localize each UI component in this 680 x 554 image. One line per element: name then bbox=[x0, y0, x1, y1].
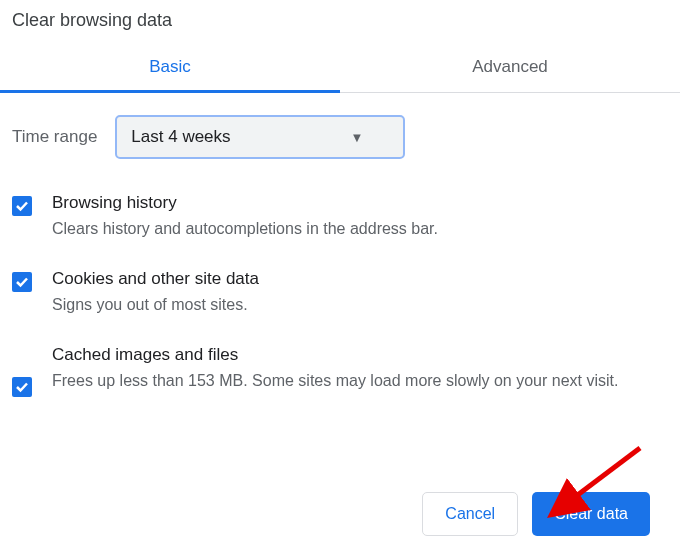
chevron-down-icon: ▼ bbox=[350, 130, 363, 145]
checkbox-cookies[interactable] bbox=[12, 272, 32, 292]
tab-basic[interactable]: Basic bbox=[0, 47, 340, 93]
option-browsing-history: Browsing history Clears history and auto… bbox=[12, 179, 668, 255]
option-cached: Cached images and files Frees up less th… bbox=[12, 331, 668, 411]
dialog-footer: Cancel Clear data bbox=[422, 492, 650, 536]
option-title: Cookies and other site data bbox=[52, 269, 668, 289]
option-title: Browsing history bbox=[52, 193, 668, 213]
checkmark-icon bbox=[15, 275, 29, 289]
checkbox-browsing-history[interactable] bbox=[12, 196, 32, 216]
time-range-label: Time range bbox=[12, 127, 97, 147]
tab-advanced[interactable]: Advanced bbox=[340, 47, 680, 93]
dialog-title: Clear browsing data bbox=[0, 0, 680, 47]
options-list: Browsing history Clears history and auto… bbox=[0, 171, 680, 411]
option-description: Frees up less than 153 MB. Some sites ma… bbox=[52, 369, 668, 393]
time-range-select[interactable]: Last 4 weeks ▼ bbox=[115, 115, 405, 159]
checkmark-icon bbox=[15, 199, 29, 213]
option-description: Clears history and autocompletions in th… bbox=[52, 217, 668, 241]
clear-data-button[interactable]: Clear data bbox=[532, 492, 650, 536]
checkbox-cached[interactable] bbox=[12, 377, 32, 397]
time-range-value: Last 4 weeks bbox=[131, 127, 230, 147]
checkmark-icon bbox=[15, 380, 29, 394]
time-range-row: Time range Last 4 weeks ▼ bbox=[0, 93, 680, 171]
option-description: Signs you out of most sites. bbox=[52, 293, 668, 317]
cancel-button[interactable]: Cancel bbox=[422, 492, 518, 536]
option-cookies: Cookies and other site data Signs you ou… bbox=[12, 255, 668, 331]
tabs: Basic Advanced bbox=[0, 47, 680, 93]
option-title: Cached images and files bbox=[52, 345, 668, 365]
